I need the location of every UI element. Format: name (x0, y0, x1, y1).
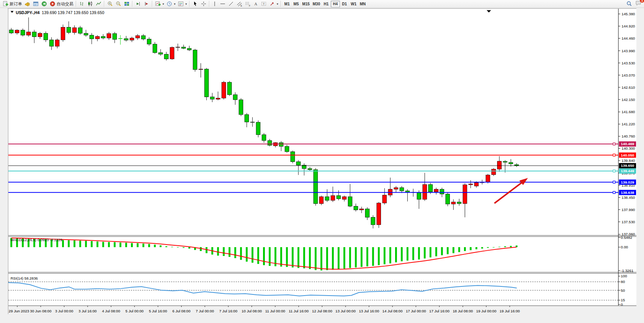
candle-body[interactable] (319, 197, 324, 203)
horizontal-line-button[interactable] (218, 0, 227, 7)
timeframe-m30[interactable]: M30 (311, 1, 322, 7)
candle-body[interactable] (38, 33, 42, 37)
candle-body[interactable] (434, 189, 438, 192)
candle-body[interactable] (222, 82, 226, 98)
candle-body[interactable] (9, 30, 13, 33)
level-line-handle[interactable] (613, 143, 615, 145)
vertical-line-button[interactable] (211, 0, 218, 7)
candle-body[interactable] (348, 197, 352, 206)
level-line-handle[interactable] (613, 170, 615, 172)
timeframe-m5[interactable]: M5 (292, 1, 301, 7)
candle-body[interactable] (15, 30, 19, 33)
candle-body[interactable] (405, 191, 410, 192)
candle-body[interactable] (49, 40, 54, 46)
candle-body[interactable] (61, 27, 65, 40)
candle-body[interactable] (147, 39, 151, 44)
candle-body[interactable] (354, 206, 358, 210)
new-order-button[interactable]: 新订单 (1, 0, 23, 7)
candle-body[interactable] (21, 30, 25, 35)
search-icon[interactable] (626, 1, 632, 7)
candle-body[interactable] (193, 50, 197, 69)
candle-body[interactable] (463, 185, 467, 203)
candle-body[interactable] (250, 122, 255, 122)
candle-body[interactable] (429, 184, 433, 192)
candle-body[interactable] (141, 36, 145, 39)
candle-body[interactable] (331, 196, 335, 201)
candle-body[interactable] (360, 209, 364, 210)
indicators-dropdown-caret[interactable]: ▾ (163, 2, 164, 6)
candle-body[interactable] (492, 169, 496, 175)
candle-body[interactable] (451, 202, 456, 204)
candle-body[interactable] (233, 95, 238, 100)
candle-body[interactable] (67, 27, 71, 32)
candle-body[interactable] (239, 100, 243, 115)
periods-dropdown-caret[interactable]: ▾ (174, 2, 175, 6)
candle-body[interactable] (394, 188, 398, 189)
candle-body[interactable] (32, 32, 37, 37)
candle-body[interactable] (187, 48, 191, 50)
candle-body[interactable] (182, 47, 186, 48)
candle-body[interactable] (383, 195, 387, 203)
candle-body[interactable] (256, 122, 260, 135)
text-button[interactable]: A (252, 0, 260, 7)
timeframe-d1[interactable]: D1 (340, 1, 349, 7)
candle-body[interactable] (457, 202, 461, 203)
candle-body[interactable] (210, 97, 214, 99)
candle-body[interactable] (204, 69, 209, 97)
candle-body[interactable] (124, 38, 128, 40)
publisher-button[interactable] (23, 0, 32, 7)
candle-body[interactable] (44, 33, 48, 40)
candle-body[interactable] (509, 163, 513, 164)
candle-body[interactable] (497, 161, 502, 169)
candle-body[interactable] (96, 37, 100, 39)
candle-body[interactable] (342, 197, 346, 199)
candle-body[interactable] (446, 194, 450, 204)
candle-body[interactable] (164, 54, 169, 59)
auto-scroll-button[interactable] (134, 0, 142, 7)
fibonacci-button[interactable]: F (244, 0, 252, 7)
candle-body[interactable] (400, 188, 404, 191)
text-label-button[interactable]: T (260, 0, 268, 7)
trendline-button[interactable] (227, 0, 235, 7)
candle-body[interactable] (486, 175, 490, 182)
timeframe-m1[interactable]: M1 (282, 1, 292, 7)
candle-body[interactable] (371, 217, 375, 225)
candle-body[interactable] (262, 135, 266, 141)
candle-body[interactable] (245, 115, 249, 122)
candle-body[interactable] (107, 34, 111, 38)
candle-body[interactable] (423, 184, 427, 199)
zoom-out-button[interactable] (114, 0, 123, 7)
zoom-in-button[interactable] (106, 0, 114, 7)
candle-body[interactable] (417, 192, 421, 199)
signals-button[interactable] (40, 0, 48, 7)
arrows-button[interactable]: ▾ (268, 0, 279, 7)
candle-body[interactable] (216, 98, 220, 99)
timeframe-m15[interactable]: M15 (301, 1, 311, 7)
line-chart-button[interactable] (94, 0, 103, 7)
level-line-handle[interactable] (613, 181, 615, 183)
candle-body[interactable] (314, 169, 318, 203)
chart-area[interactable]: 145.380144.920144.460143.990143.530143.0… (0, 8, 644, 323)
candle-body[interactable] (130, 38, 134, 40)
periods-button[interactable]: ▾ (165, 0, 177, 7)
candle-body[interactable] (308, 169, 312, 170)
timeframe-w1[interactable]: W1 (349, 1, 358, 7)
candle-body[interactable] (377, 203, 381, 225)
candle-body[interactable] (325, 197, 329, 200)
candle-body[interactable] (365, 209, 370, 217)
candle-body[interactable] (78, 28, 82, 34)
candle-body[interactable] (268, 141, 272, 146)
arrows-dropdown-caret[interactable]: ▾ (277, 2, 278, 6)
equidistant-channel-button[interactable]: E (235, 0, 244, 7)
candle-body[interactable] (101, 37, 105, 38)
candle-body[interactable] (55, 40, 59, 46)
candle-body[interactable] (228, 82, 232, 95)
candle-body[interactable] (474, 182, 478, 186)
candle-body[interactable] (159, 53, 163, 54)
notifications-button[interactable]: 1 (635, 0, 642, 8)
candle-body[interactable] (285, 146, 289, 152)
candle-body[interactable] (72, 28, 77, 33)
candle-body[interactable] (291, 152, 295, 162)
candle-body[interactable] (135, 36, 140, 38)
cursor-button[interactable] (191, 0, 199, 7)
